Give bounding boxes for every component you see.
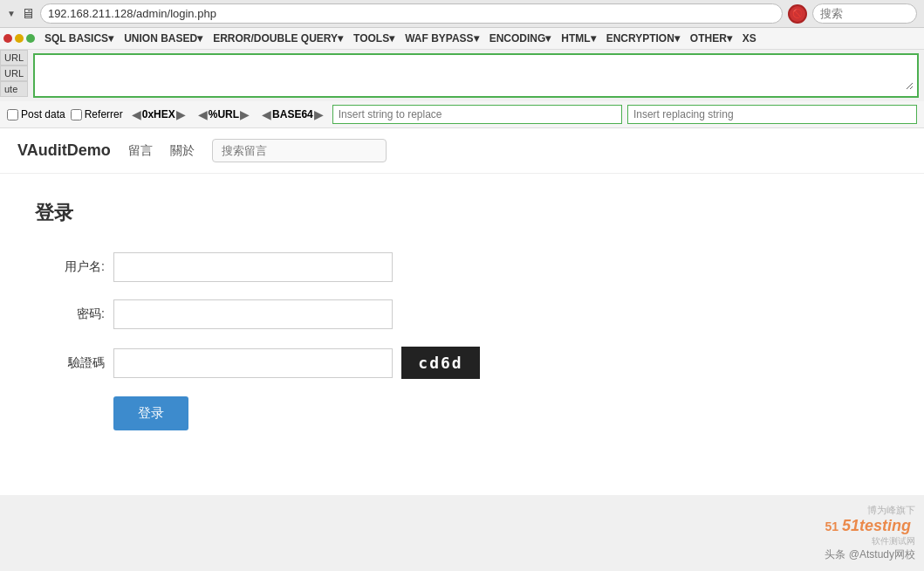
base64-left-arrow: ◀ [262,107,271,121]
referrer-checkbox-label[interactable]: Referrer [71,108,123,120]
username-row: 用户名: [35,252,889,282]
referrer-checkbox[interactable] [71,109,82,120]
indicator-green [26,34,35,43]
options-bar: Post data Referrer ◀ 0xHEX ▶ ◀ %URL ▶ ◀ … [0,101,924,128]
hex-label: 0xHEX [142,108,175,120]
url-encode-btn[interactable]: ◀ %URL ▶ [195,106,253,123]
menu-error-double-query[interactable]: ERROR/DOUBLE QUERY▾ [209,30,347,47]
toolbar: SQL BASICS▾ UNION BASED▾ ERROR/DOUBLE QU… [0,28,924,50]
url-input-area[interactable] [33,53,919,98]
side-label-url1[interactable]: URL [0,50,28,65]
base64-right-arrow: ▶ [314,107,324,121]
url-textarea[interactable] [38,58,914,90]
site-logo: VAuditDemo [17,141,111,160]
browser-search-input[interactable] [812,3,917,24]
captcha-label: 驗證碼 [35,355,105,371]
side-label-url2[interactable]: URL [0,65,28,81]
referrer-label: Referrer [85,108,123,120]
captcha-image[interactable]: cd6d [401,347,480,379]
url-left-arrow: ◀ [198,107,208,121]
replacing-string-input[interactable] [627,105,917,124]
menu-html[interactable]: HTML▾ [557,30,599,47]
login-section: 登录 用户名: 密码: 驗證碼 cd6d 登录 [0,174,924,457]
address-input[interactable] [40,3,783,24]
login-submit-btn[interactable]: 登录 [113,396,188,430]
menu-tools[interactable]: TOOLS▾ [349,30,399,47]
post-data-checkbox-label[interactable]: Post data [7,108,65,120]
side-labels: URL URL ute [0,50,28,101]
post-data-checkbox[interactable] [7,109,18,120]
hex-encode-btn[interactable]: ◀ 0xHEX ▶ [128,106,189,123]
username-input[interactable] [113,252,393,282]
password-input[interactable] [113,299,393,329]
menu-encoding[interactable]: ENCODING▾ [485,30,556,47]
url-right-arrow: ▶ [240,107,250,121]
url-label: %URL [209,108,239,120]
side-label-ute[interactable]: ute [0,81,28,97]
nav-about[interactable]: 關於 [170,143,195,159]
monitor-icon: 🖥 [21,6,35,22]
menu-other[interactable]: OTHER▾ [686,30,736,47]
menu-encryption[interactable]: ENCRYPTION▾ [602,30,684,47]
menu-sql-basics[interactable]: SQL BASICS▾ [40,30,118,47]
menu-xs[interactable]: XS [738,30,761,47]
post-data-label: Post data [21,108,65,120]
login-title: 登录 [35,200,889,226]
replace-string-input[interactable] [332,105,622,124]
menu-union-based[interactable]: UNION BASED▾ [120,30,207,47]
stop-icon[interactable]: 🚫 [788,4,807,24]
base64-label: BASE64 [272,108,313,120]
hex-left-arrow: ◀ [132,107,141,121]
address-bar: ▼ 🖥 🚫 [0,0,924,27]
menu-waf-bypass[interactable]: WAF BYPASS▾ [400,30,483,47]
website-content: VAuditDemo 留言 關於 登录 用户名: 密码: 驗證碼 cd6d 登录 [0,128,924,495]
password-row: 密码: [35,299,889,329]
nav-messages[interactable]: 留言 [128,143,153,159]
indicator-yellow [15,34,24,43]
base64-encode-btn[interactable]: ◀ BASE64 ▶ [258,106,327,123]
indicator-red [3,34,12,43]
hex-right-arrow: ▶ [176,107,186,121]
dropdown-icon: ▼ [7,9,16,18]
site-header: VAuditDemo 留言 關於 [0,128,924,174]
password-label: 密码: [35,306,105,322]
captcha-input[interactable] [113,348,393,378]
username-label: 用户名: [35,259,105,275]
site-search-input[interactable] [212,139,387,162]
captcha-row: 驗證碼 cd6d [35,347,889,379]
